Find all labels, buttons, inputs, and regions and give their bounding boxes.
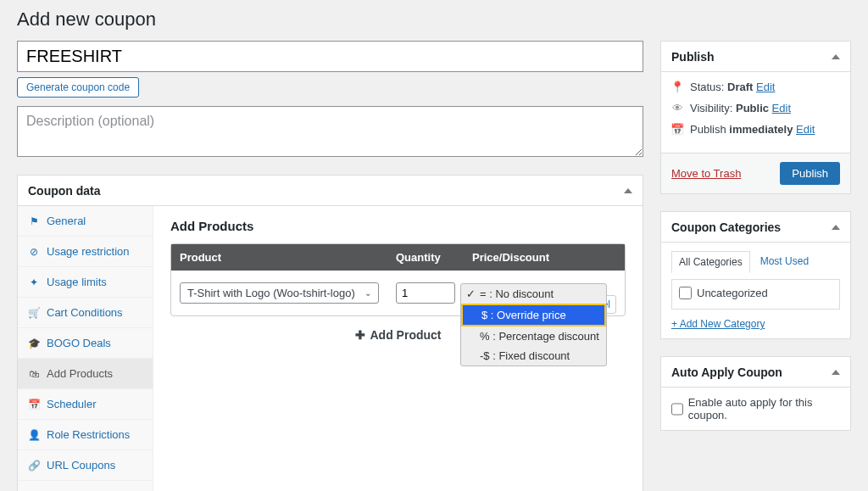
- auto-apply-label: Enable auto apply for this coupon.: [688, 396, 840, 421]
- tab-label: Role Restrictions: [47, 428, 130, 441]
- toggle-icon[interactable]: [832, 225, 840, 230]
- page-title: Add new coupon: [17, 8, 851, 31]
- tab-label: BOGO Deals: [47, 337, 111, 349]
- chevron-down-icon: ⌄: [364, 288, 371, 298]
- dropdown-option-percentage[interactable]: % : Percentage discount: [461, 326, 606, 346]
- auto-apply-checkbox[interactable]: [671, 403, 683, 416]
- publish-title: Publish: [671, 50, 715, 64]
- tab-all-categories[interactable]: All Categories: [671, 251, 750, 273]
- th-price-discount: Price/Discount: [464, 244, 625, 271]
- status-label: Status:: [690, 81, 724, 93]
- eye-icon: 👁: [671, 102, 683, 114]
- auto-apply-panel: Auto Apply Coupon Enable auto apply for …: [660, 356, 851, 431]
- user-icon: 👤: [28, 429, 40, 441]
- tab-scheduler[interactable]: 📅Scheduler: [18, 389, 153, 419]
- tab-url-coupons[interactable]: 🔗URL Coupons: [18, 450, 153, 480]
- tab-usage-restriction[interactable]: ⊘Usage restriction: [18, 237, 153, 266]
- ban-icon: ⊘: [28, 246, 40, 258]
- tab-label: General: [47, 215, 86, 227]
- tab-most-used[interactable]: Most Used: [754, 251, 815, 273]
- edit-schedule-link[interactable]: Edit: [796, 123, 815, 136]
- toggle-icon[interactable]: [832, 54, 840, 59]
- publish-panel: Publish 📍 Status: Draft Edit 👁: [660, 41, 851, 194]
- tab-usage-limits[interactable]: ✦Usage limits: [18, 267, 153, 297]
- category-item-uncategorized[interactable]: Uncategorized: [679, 287, 832, 299]
- calendar-icon: 📅: [671, 123, 683, 136]
- tab-label: Usage limits: [47, 276, 107, 288]
- calendar-icon: 📅: [28, 399, 40, 410]
- product-selected-label: T-Shirt with Logo (Woo-tshirt-logo): [187, 287, 355, 299]
- key-icon: 📍: [671, 81, 683, 93]
- move-to-trash-link[interactable]: Move to Trash: [671, 167, 741, 180]
- tab-general[interactable]: ⚑General: [18, 206, 153, 236]
- tab-label: Cart Conditions: [47, 306, 123, 319]
- plus-icon: ✚: [355, 328, 365, 342]
- category-checkbox[interactable]: [679, 287, 692, 299]
- add-products-heading: Add Products: [170, 219, 626, 233]
- tab-bogo-deals[interactable]: 🎓BOGO Deals: [18, 328, 153, 358]
- grad-icon: 🎓: [28, 338, 40, 349]
- products-table: Product Quantity Price/Discount T-Shirt …: [170, 243, 626, 316]
- edit-visibility-link[interactable]: Edit: [772, 102, 791, 114]
- auto-apply-toggle[interactable]: Enable auto apply for this coupon.: [671, 396, 840, 421]
- edit-status-link[interactable]: Edit: [756, 81, 775, 93]
- generate-coupon-button[interactable]: Generate coupon code: [17, 77, 139, 98]
- quantity-input[interactable]: [396, 282, 455, 304]
- categories-title: Coupon Categories: [671, 220, 781, 234]
- toggle-icon[interactable]: [832, 370, 840, 375]
- tab-one-click-apply[interactable]: ✦One Click Apply Notification: [18, 481, 153, 491]
- th-quantity: Quantity: [387, 244, 464, 271]
- cart-icon: 🛒: [28, 307, 40, 319]
- tab-role-restrictions[interactable]: 👤Role Restrictions: [18, 420, 153, 449]
- publish-schedule-label: Publish: [690, 123, 726, 136]
- dropdown-option-fixed[interactable]: -$ : Fixed discount: [461, 346, 606, 365]
- flag-icon: ⚑: [28, 215, 40, 227]
- coupon-code-input[interactable]: [17, 41, 643, 72]
- link-icon: 🔗: [28, 460, 40, 471]
- description-textarea[interactable]: [17, 106, 643, 157]
- coupon-data-panel: Coupon data ⚑General ⊘Usage restriction …: [17, 175, 643, 491]
- visibility-value: Public: [736, 102, 769, 114]
- sparkle-icon: ✦: [28, 276, 40, 288]
- publish-button[interactable]: Publish: [780, 162, 840, 185]
- dropdown-option-no-discount[interactable]: = : No discount: [461, 284, 606, 304]
- status-value: Draft: [727, 81, 753, 93]
- coupon-data-title: Coupon data: [28, 184, 101, 198]
- product-select[interactable]: T-Shirt with Logo (Woo-tshirt-logo) ⌄: [180, 282, 379, 304]
- tab-cart-conditions[interactable]: 🛒Cart Conditions: [18, 298, 153, 327]
- bag-icon: 🛍: [28, 368, 40, 380]
- add-product-label: Add Product: [370, 328, 442, 342]
- tab-label: Usage restriction: [47, 245, 130, 258]
- add-new-category-link[interactable]: + Add New Category: [671, 318, 765, 330]
- dropdown-option-override-price[interactable]: $ : Override price: [463, 305, 604, 325]
- toggle-icon[interactable]: [624, 188, 632, 193]
- tab-label: Add Products: [47, 367, 113, 380]
- categories-panel: Coupon Categories All Categories Most Us…: [660, 211, 851, 339]
- auto-apply-title: Auto Apply Coupon: [671, 365, 782, 379]
- tab-label: Scheduler: [47, 398, 97, 410]
- coupon-data-tabs: ⚑General ⊘Usage restriction ✦Usage limit…: [18, 206, 153, 491]
- table-row: T-Shirt with Logo (Woo-tshirt-logo) ⌄ Ca…: [171, 271, 625, 315]
- th-product: Product: [171, 244, 387, 271]
- tab-label: URL Coupons: [47, 459, 115, 471]
- category-label: Uncategorized: [697, 287, 768, 299]
- publish-immediately: immediately: [729, 123, 793, 136]
- visibility-label: Visibility:: [690, 102, 732, 114]
- tab-add-products[interactable]: 🛍Add Products: [18, 359, 153, 388]
